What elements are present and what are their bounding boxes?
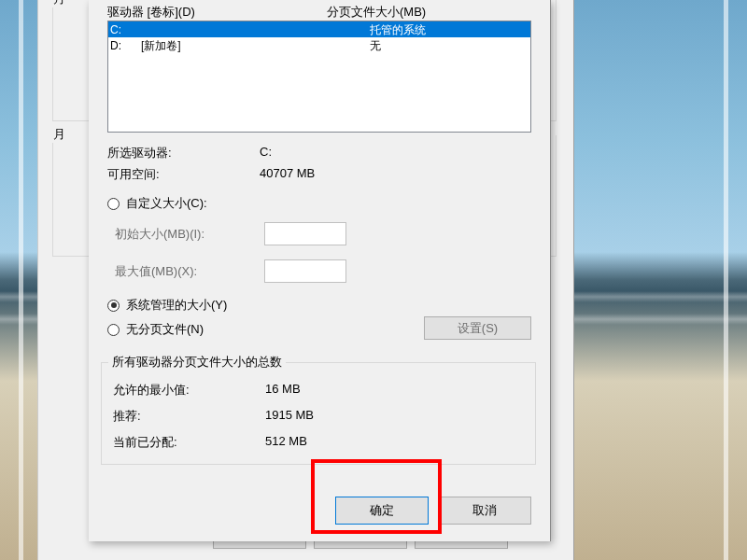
parent-group-label-1: 月 — [50, 0, 68, 7]
radio-custom-size[interactable]: 自定义大小(C): — [107, 195, 207, 212]
min-allowed-value: 16 MB — [265, 382, 301, 399]
radio-icon — [107, 198, 120, 210]
totals-group-label: 所有驱动器分页文件大小的总数 — [108, 354, 286, 371]
drive-list-header: 驱动器 [卷标](D) 分页文件大小(MB) — [107, 4, 531, 21]
max-size-row: 最大值(MB)(X): — [115, 259, 531, 283]
initial-size-row: 初始大小(MB)(I): — [115, 222, 531, 245]
parent-group-label-2: 月 — [50, 126, 68, 143]
radio-custom-label: 自定义大小(C): — [126, 195, 207, 212]
drive-letter: C: — [108, 22, 141, 37]
recommended-label: 推荐: — [113, 408, 265, 425]
selected-drive-row: 所选驱动器: C: — [107, 145, 531, 161]
drive-paging: 托管的系统 — [370, 22, 530, 37]
available-space-value: 40707 MB — [260, 166, 531, 183]
drive-row[interactable]: D: [新加卷] 无 — [108, 37, 530, 53]
min-allowed-row: 允许的最小值: 16 MB — [113, 382, 301, 399]
available-space-row: 可用空间: 40707 MB — [107, 166, 531, 183]
recommended-row: 推荐: 1915 MB — [113, 408, 314, 425]
drive-list[interactable]: C: 托管的系统 D: [新加卷] 无 — [107, 21, 531, 133]
min-allowed-label: 允许的最小值: — [113, 382, 265, 399]
currently-allocated-label: 当前已分配: — [113, 434, 265, 451]
max-size-label: 最大值(MB)(X): — [115, 263, 264, 280]
drive-label — [141, 22, 370, 37]
available-space-label: 可用空间: — [107, 166, 260, 183]
drive-label: [新加卷] — [141, 38, 370, 53]
header-drive: 驱动器 [卷标](D) — [107, 4, 327, 21]
radio-icon — [107, 300, 120, 312]
set-button[interactable]: 设置(S) — [424, 316, 531, 340]
ok-button[interactable]: 确定 — [335, 497, 429, 525]
radio-no-paging[interactable]: 无分页文件(N) — [107, 321, 204, 338]
radio-icon — [107, 324, 120, 336]
drive-letter: D: — [108, 38, 141, 53]
virtual-memory-dialog: 驱动器 [卷标](D) 分页文件大小(MB) C: 托管的系统 D: [新加卷]… — [89, 0, 551, 541]
currently-allocated-value: 512 MB — [265, 434, 307, 451]
drive-paging: 无 — [370, 38, 530, 53]
cancel-button[interactable]: 取消 — [438, 497, 531, 525]
currently-allocated-row: 当前已分配: 512 MB — [113, 434, 307, 451]
initial-size-label: 初始大小(MB)(I): — [115, 226, 264, 243]
selected-drive-label: 所选驱动器: — [107, 145, 260, 161]
drive-row[interactable]: C: 托管的系统 — [108, 21, 530, 37]
header-paging: 分页文件大小(MB) — [327, 4, 531, 21]
totals-group: 所有驱动器分页文件大小的总数 允许的最小值: 16 MB 推荐: 1915 MB… — [101, 362, 536, 465]
radio-system-label: 系统管理的大小(Y) — [126, 297, 227, 314]
selected-drive-value: C: — [260, 145, 531, 161]
max-size-input[interactable] — [264, 259, 346, 283]
recommended-value: 1915 MB — [265, 408, 314, 425]
radio-system-managed[interactable]: 系统管理的大小(Y) — [107, 297, 227, 314]
initial-size-input[interactable] — [264, 222, 346, 245]
radio-none-label: 无分页文件(N) — [126, 321, 204, 338]
